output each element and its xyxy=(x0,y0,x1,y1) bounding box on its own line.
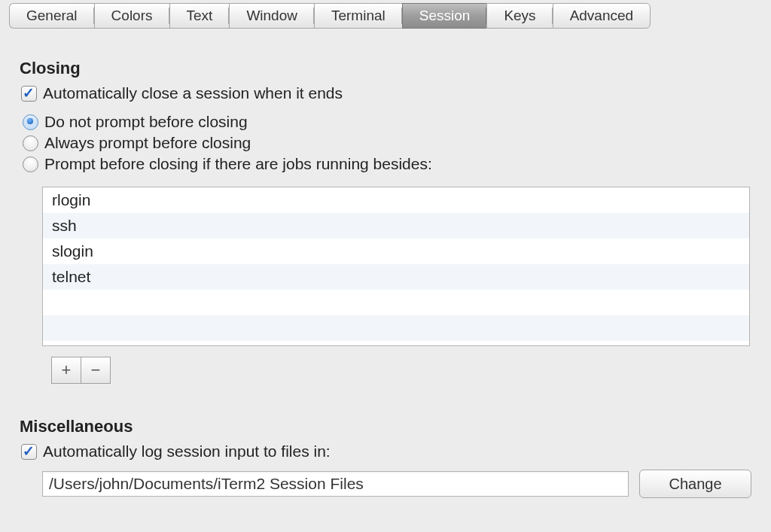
radio-label: Prompt before closing if there are jobs … xyxy=(44,155,432,173)
radio-do-not-prompt[interactable]: Do not prompt before closing xyxy=(23,113,751,131)
tab-label: Terminal xyxy=(331,8,386,24)
tab-label: Text xyxy=(187,8,213,24)
jobs-add-remove-bar: + − xyxy=(51,357,751,384)
auto-close-session-row[interactable]: Automatically close a session when it en… xyxy=(21,84,751,102)
preferences-tab-bar: General Colors Text Window Terminal Sess… xyxy=(9,3,762,29)
session-pane: Closing Automatically close a session wh… xyxy=(0,29,771,498)
auto-log-label: Automatically log session input to files… xyxy=(43,442,331,461)
tab-label: Window xyxy=(246,8,297,24)
tab-keys[interactable]: Keys xyxy=(486,3,552,29)
tab-general[interactable]: General xyxy=(9,3,94,29)
auto-close-checkbox[interactable] xyxy=(21,86,37,102)
job-name: slogin xyxy=(52,242,93,260)
tab-text[interactable]: Text xyxy=(169,3,230,29)
tab-colors[interactable]: Colors xyxy=(94,3,169,29)
radio-button-icon[interactable] xyxy=(23,114,38,130)
misc-heading: Miscellaneous xyxy=(20,417,751,436)
list-item-empty xyxy=(43,315,749,341)
radio-prompt-if-jobs[interactable]: Prompt before closing if there are jobs … xyxy=(23,155,751,173)
add-job-button[interactable]: + xyxy=(51,357,81,384)
radio-label: Do not prompt before closing xyxy=(44,113,248,131)
jobs-listbox[interactable]: rlogin ssh slogin telnet xyxy=(42,187,750,346)
change-path-button[interactable]: Change xyxy=(639,470,751,498)
misc-section: Miscellaneous Automatically log session … xyxy=(20,417,751,498)
closing-heading: Closing xyxy=(20,59,751,78)
tab-label: Colors xyxy=(111,8,153,24)
change-button-label: Change xyxy=(669,476,721,493)
tab-window[interactable]: Window xyxy=(229,3,314,29)
close-prompt-radio-group: Do not prompt before closing Always prom… xyxy=(21,113,751,173)
tab-label: Advanced xyxy=(570,8,634,24)
plus-icon: + xyxy=(62,360,72,380)
auto-log-row[interactable]: Automatically log session input to files… xyxy=(21,442,751,461)
tab-label: General xyxy=(26,8,78,24)
job-name: ssh xyxy=(52,217,77,234)
tab-label: Session xyxy=(419,8,471,24)
tab-label: Keys xyxy=(504,8,535,24)
list-item[interactable]: telnet xyxy=(43,264,749,290)
list-item[interactable]: ssh xyxy=(43,213,749,239)
minus-icon: − xyxy=(91,360,101,380)
job-name: rlogin xyxy=(52,191,90,208)
log-path-row: Change xyxy=(42,470,751,498)
auto-log-checkbox[interactable] xyxy=(21,444,37,460)
tab-advanced[interactable]: Advanced xyxy=(553,3,651,29)
radio-button-icon[interactable] xyxy=(23,135,38,151)
tab-terminal[interactable]: Terminal xyxy=(314,3,402,29)
job-name: telnet xyxy=(52,268,90,285)
remove-job-button[interactable]: − xyxy=(81,357,111,384)
radio-always-prompt[interactable]: Always prompt before closing xyxy=(23,134,751,152)
tab-session[interactable]: Session xyxy=(402,3,487,29)
log-path-field[interactable] xyxy=(42,471,629,497)
radio-button-icon[interactable] xyxy=(23,157,38,172)
list-item-empty xyxy=(43,290,749,315)
list-item[interactable]: slogin xyxy=(43,239,749,264)
list-item[interactable]: rlogin xyxy=(43,187,749,213)
radio-label: Always prompt before closing xyxy=(44,134,251,152)
auto-close-label: Automatically close a session when it en… xyxy=(43,84,343,102)
